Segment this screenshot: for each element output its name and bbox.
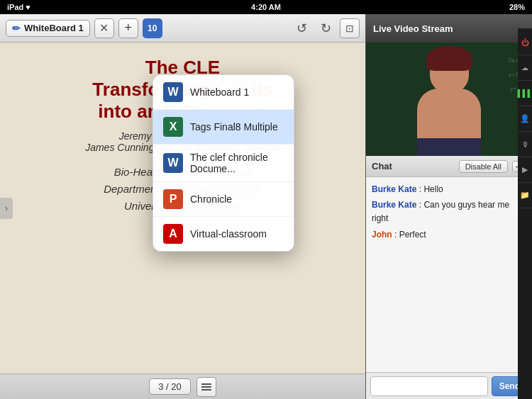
dropdown-item-virtual-classroom[interactable]: A Virtual-classroom xyxy=(153,217,294,251)
chat-header: Chat Disable All — xyxy=(366,156,532,177)
dropdown-label-virtual-classroom: Virtual-classroom xyxy=(190,228,267,240)
dropdown-item-tags[interactable]: X Tags Final8 Multiple xyxy=(153,110,294,145)
chat-input-field[interactable] xyxy=(370,376,488,396)
video-stream: 5x+1=6 x+10=6 y=1x-6 xyxy=(366,43,532,156)
add-icon: + xyxy=(125,21,133,35)
dropdown-arrow xyxy=(218,74,229,75)
word2-icon: W xyxy=(163,153,183,173)
chat-input-area: Send xyxy=(366,372,532,399)
mic-icon[interactable]: 🎙 xyxy=(518,132,532,157)
left-sidebar-arrow[interactable]: › xyxy=(0,198,13,219)
redo-icon: ↻ xyxy=(321,21,331,36)
video-title: Live Video Stream xyxy=(373,23,525,34)
redo-button[interactable]: ↻ xyxy=(316,18,336,38)
video-panel: Live Video Stream 5x+1=6 x+10=6 y=1x-6 C xyxy=(365,14,532,399)
close-button[interactable]: ✕ xyxy=(94,18,114,38)
whiteboard-panel: ✏ WhiteBoard 1 ✕ + 10 ↺ ↻ ⊡ xyxy=(0,14,365,399)
disable-all-button[interactable]: Disable All xyxy=(459,160,508,173)
signal-icon[interactable]: ▌▌▌ xyxy=(518,81,532,106)
document-dropdown: W Whiteboard 1 X Tags Final8 Multiple W … xyxy=(153,74,294,252)
chat-message-2: Burke Kate : Can you guys hear me right xyxy=(372,198,526,225)
dropdown-item-whiteboard1[interactable]: W Whiteboard 1 xyxy=(153,75,294,110)
person-body xyxy=(417,89,481,138)
play-icon[interactable]: ▶ xyxy=(518,157,532,183)
power-icon[interactable]: ⏻ xyxy=(518,30,532,55)
dropdown-item-chronicle-doc[interactable]: W The clef chronicle Docume... xyxy=(153,145,294,182)
chat-message-3: John : Perfect xyxy=(372,228,526,242)
dropdown-label-chronicle: Chronicle xyxy=(190,193,232,205)
chat-sender-1: Burke Kate xyxy=(372,184,416,194)
dropdown-label-chronicle-doc: The clef chronicle Docume... xyxy=(190,152,284,174)
add-button[interactable]: + xyxy=(118,18,138,38)
whiteboard-title-button[interactable]: ✏ WhiteBoard 1 xyxy=(6,20,90,37)
list-view-button[interactable] xyxy=(196,377,216,397)
person-hair xyxy=(426,46,472,71)
chat-sender-3: John xyxy=(372,230,392,240)
whiteboard-bottom-bar: 3 / 20 xyxy=(0,373,365,399)
person-silhouette xyxy=(406,50,492,156)
chat-message-1: Burke Kate : Hello xyxy=(372,183,526,196)
status-left: iPad ♥ xyxy=(7,3,31,11)
chat-panel: Chat Disable All — Burke Kate : Hello Bu… xyxy=(366,156,532,399)
chat-title: Chat xyxy=(372,161,455,172)
chat-text-1: : Hello xyxy=(419,184,443,194)
whiteboard-toolbar: ✏ WhiteBoard 1 ✕ + 10 ↺ ↻ ⊡ xyxy=(0,14,365,43)
chat-text-3: : Perfect xyxy=(394,230,426,240)
dropdown-label-whiteboard1: Whiteboard 1 xyxy=(190,86,249,98)
user-icon[interactable]: 👤 xyxy=(518,106,532,132)
whiteboard-content: › The CLE Transforming ds into an E-Sc──… xyxy=(0,43,365,373)
pdf-icon: A xyxy=(163,224,183,244)
window-icon: ⊡ xyxy=(345,23,354,34)
blackboard-background: 5x+1=6 x+10=6 y=1x-6 xyxy=(366,43,532,156)
page-indicator: 3 / 20 xyxy=(149,378,191,395)
pencil-icon: ✏ xyxy=(12,23,21,34)
undo-button[interactable]: ↺ xyxy=(292,18,311,38)
dropdown-item-chronicle[interactable]: P Chronicle xyxy=(153,182,294,217)
status-time: 4:20 AM xyxy=(251,3,281,11)
video-header: Live Video Stream xyxy=(366,14,532,43)
word-icon: W xyxy=(163,82,183,102)
folder-icon[interactable]: 📁 xyxy=(518,183,532,208)
ppt-icon: P xyxy=(163,189,183,209)
list-icon xyxy=(201,383,211,390)
main-container: ✏ WhiteBoard 1 ✕ + 10 ↺ ↻ ⊡ xyxy=(0,14,532,399)
close-icon: ✕ xyxy=(99,21,109,35)
right-sidebar: ⏻ ☁ ▌▌▌ 👤 🎙 ▶ 📁 xyxy=(518,28,532,399)
chat-messages: Burke Kate : Hello Burke Kate : Can you … xyxy=(366,177,532,372)
chat-sender-2: Burke Kate xyxy=(372,200,416,210)
undo-icon: ↺ xyxy=(297,21,307,36)
page-indicator-label: 3 / 20 xyxy=(158,381,182,392)
status-right: 28% xyxy=(509,3,525,11)
page-count-badge[interactable]: 10 xyxy=(143,18,162,38)
badge-count: 10 xyxy=(148,23,157,33)
person-head xyxy=(430,50,469,92)
whiteboard-title-label: WhiteBoard 1 xyxy=(24,23,84,33)
window-button[interactable]: ⊡ xyxy=(340,18,360,38)
cloud-icon[interactable]: ☁ xyxy=(518,55,532,81)
dropdown-label-tags: Tags Final8 Multiple xyxy=(190,121,278,133)
excel-icon: X xyxy=(163,117,183,137)
person-shirt xyxy=(417,138,481,156)
status-bar: iPad ♥ 4:20 AM 28% xyxy=(0,0,532,14)
